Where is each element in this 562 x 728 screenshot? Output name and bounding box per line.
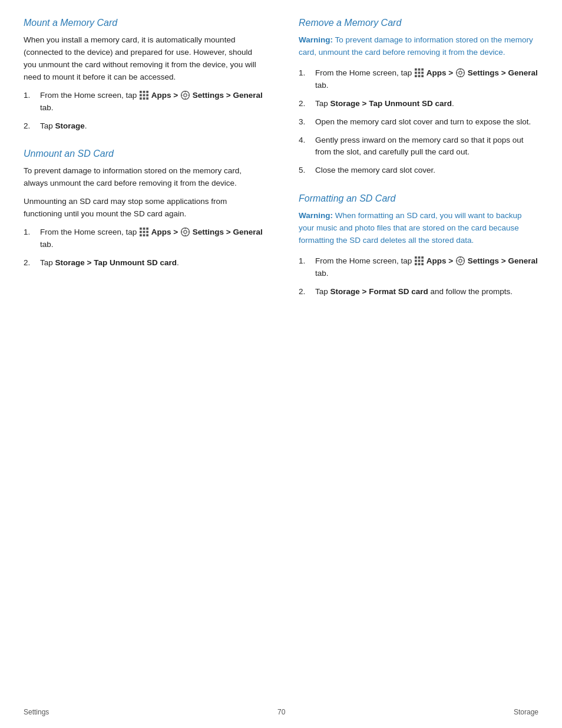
remove-title: Remove a Memory Card [299, 18, 538, 28]
unmount-step-2-bold: Storage > Tap Unmount SD card [55, 258, 177, 267]
settings-icon-1 [181, 91, 190, 100]
right-column: Remove a Memory Card Warning: To prevent… [281, 18, 538, 693]
mount-step-1-content: From the Home screen, tap [40, 90, 263, 114]
svg-rect-31 [418, 68, 421, 71]
svg-rect-19 [143, 231, 146, 233]
svg-rect-6 [140, 97, 142, 100]
remove-step-1-apps: Apps > [427, 68, 453, 77]
svg-rect-17 [146, 228, 148, 230]
svg-rect-2 [146, 91, 148, 93]
svg-point-55 [459, 259, 462, 262]
format-step-1-settings: Settings > General [468, 256, 538, 265]
remove-step-3-content: Open the memory card slot cover and turn… [315, 116, 538, 129]
page: Mount a Memory Card When you install a m… [0, 0, 562, 728]
footer: Settings 70 Storage [0, 708, 562, 716]
svg-rect-22 [143, 234, 146, 236]
remove-step-4: Gently press inward on the memory card s… [299, 134, 538, 159]
remove-step-2-content: Tap Storage > Tap Unmount SD card. [315, 98, 538, 110]
svg-rect-23 [146, 234, 148, 236]
footer-page-number: 70 [49, 708, 514, 716]
svg-rect-20 [146, 231, 148, 233]
svg-rect-0 [140, 91, 142, 93]
format-step-2: Tap Storage > Format SD card and follow … [299, 286, 538, 298]
left-column: Mount a Memory Card When you install a m… [24, 18, 281, 693]
unmount-step-1-settings: Settings > General [193, 228, 263, 236]
footer-right: Storage [514, 708, 538, 716]
svg-rect-46 [418, 256, 421, 259]
svg-rect-36 [415, 75, 417, 77]
format-warning-label: Warning: [299, 211, 333, 220]
settings-icon-2 [181, 228, 190, 236]
unmount-step-2: Tap Storage > Tap Unmount SD card. [24, 257, 263, 269]
apps-icon-4 [415, 256, 424, 265]
svg-rect-16 [143, 228, 146, 230]
svg-rect-45 [415, 256, 417, 259]
svg-rect-38 [421, 75, 424, 77]
remove-step-2-bold: Storage > Tap Unmount SD card [330, 99, 452, 108]
apps-icon-1 [140, 91, 148, 100]
svg-rect-53 [421, 263, 424, 265]
svg-rect-34 [418, 71, 421, 74]
format-title: Formatting an SD Card [299, 193, 538, 204]
format-step-2-content: Tap Storage > Format SD card and follow … [315, 286, 538, 298]
settings-icon-3 [456, 68, 465, 77]
remove-warning-label: Warning: [299, 35, 333, 44]
remove-step-5-content: Close the memory card slot cover. [315, 164, 538, 177]
svg-rect-32 [421, 68, 424, 71]
unmount-step-1-apps: Apps > [151, 228, 178, 236]
mount-body: When you install a memory card, it is au… [24, 34, 263, 84]
unmount-body2: Unmounting an SD card may stop some appl… [24, 196, 263, 220]
svg-rect-1 [143, 91, 146, 93]
svg-rect-5 [146, 94, 148, 96]
content-columns: Mount a Memory Card When you install a m… [24, 18, 538, 693]
format-step-1: From the Home screen, tap [299, 255, 538, 280]
section-remove: Remove a Memory Card Warning: To prevent… [299, 18, 538, 177]
svg-rect-3 [140, 94, 142, 96]
format-step-2-bold: Storage > Format SD card [330, 287, 428, 296]
svg-rect-33 [415, 71, 417, 74]
unmount-body1: To prevent damage to information stored … [24, 165, 263, 190]
footer-left: Settings [24, 708, 49, 716]
mount-step-1: From the Home screen, tap [24, 90, 263, 114]
svg-point-40 [459, 71, 462, 74]
apps-icon-2 [140, 228, 148, 236]
svg-point-10 [184, 93, 187, 96]
unmount-title: Unmount an SD Card [24, 149, 263, 159]
svg-rect-49 [418, 260, 421, 262]
svg-rect-8 [146, 97, 148, 100]
section-format: Formatting an SD Card Warning: When form… [299, 193, 538, 298]
settings-icon-4 [456, 256, 465, 265]
remove-warning-text: To prevent damage to information stored … [299, 35, 533, 57]
remove-step-1: From the Home screen, tap [299, 67, 538, 92]
remove-step-1-settings: Settings > General [468, 68, 538, 77]
unmount-step-1-content: From the Home screen, tap [40, 226, 263, 251]
remove-step-5: Close the memory card slot cover. [299, 164, 538, 177]
mount-steps: From the Home screen, tap [24, 90, 263, 133]
format-step-1-content: From the Home screen, tap [315, 255, 538, 280]
section-mount: Mount a Memory Card When you install a m… [24, 18, 263, 132]
remove-step-1-content: From the Home screen, tap [315, 67, 538, 92]
svg-rect-4 [143, 94, 146, 96]
svg-rect-15 [140, 228, 142, 230]
mount-title: Mount a Memory Card [24, 18, 263, 28]
svg-rect-50 [421, 260, 424, 262]
remove-step-2: Tap Storage > Tap Unmount SD card. [299, 98, 538, 110]
svg-rect-35 [421, 71, 424, 74]
svg-rect-47 [421, 256, 424, 259]
unmount-step-2-content: Tap Storage > Tap Unmount SD card. [40, 257, 263, 269]
mount-step-2-content: Tap Storage. [40, 120, 263, 133]
apps-icon-3 [415, 68, 424, 77]
format-warning: Warning: When formatting an SD card, you… [299, 210, 538, 247]
mount-step-1-settings: Settings > General [193, 91, 263, 100]
remove-warning: Warning: To prevent damage to informatio… [299, 34, 538, 59]
svg-rect-30 [415, 68, 417, 71]
svg-rect-18 [140, 231, 142, 233]
svg-rect-48 [415, 260, 417, 262]
remove-step-3: Open the memory card slot cover and turn… [299, 116, 538, 129]
remove-step-4-content: Gently press inward on the memory card s… [315, 134, 538, 159]
unmount-steps: From the Home screen, tap [24, 226, 263, 269]
svg-rect-51 [415, 263, 417, 265]
svg-rect-21 [140, 234, 142, 236]
format-step-1-apps: Apps > [427, 256, 453, 265]
section-unmount: Unmount an SD Card To prevent damage to … [24, 149, 263, 269]
